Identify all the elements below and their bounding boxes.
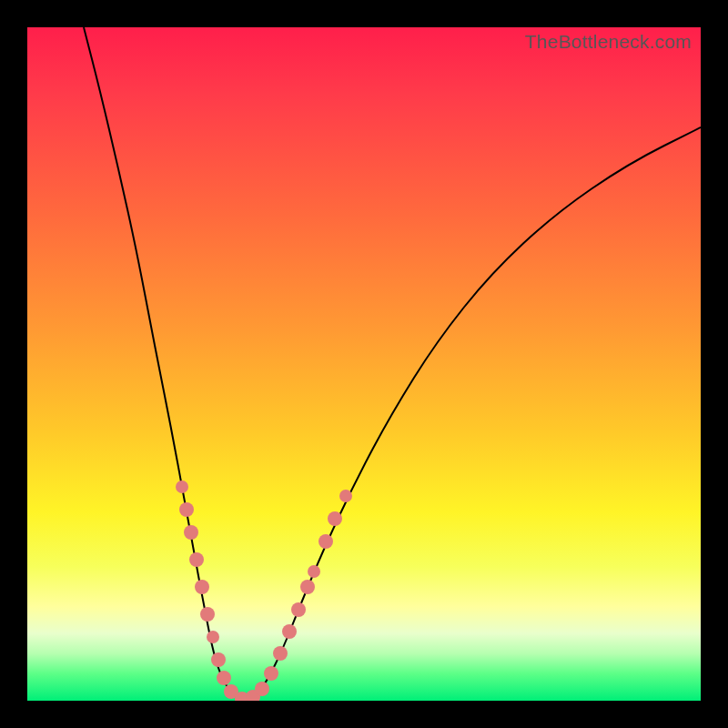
curve-marker	[300, 580, 315, 594]
curve-markers	[176, 480, 352, 701]
curve-marker	[308, 565, 320, 578]
curve-marker	[184, 525, 198, 540]
curve-marker	[207, 631, 219, 643]
curve-marker	[264, 666, 278, 681]
bottleneck-curve	[84, 27, 701, 699]
curve-marker	[328, 511, 342, 526]
curve-marker	[176, 480, 188, 493]
curve-marker	[200, 607, 215, 622]
chart-svg	[27, 27, 701, 701]
curve-marker	[255, 682, 269, 696]
curve-marker	[211, 652, 226, 667]
curve-marker	[273, 646, 288, 661]
curve-marker	[318, 534, 333, 549]
chart-gradient-area: TheBottleneck.com	[27, 27, 701, 701]
curve-marker	[217, 671, 231, 685]
curve-marker	[179, 502, 194, 517]
curve-marker	[189, 552, 204, 567]
curve-marker	[195, 580, 209, 594]
curve-marker	[339, 490, 352, 502]
curve-marker	[282, 624, 297, 639]
curve-marker	[291, 602, 306, 617]
